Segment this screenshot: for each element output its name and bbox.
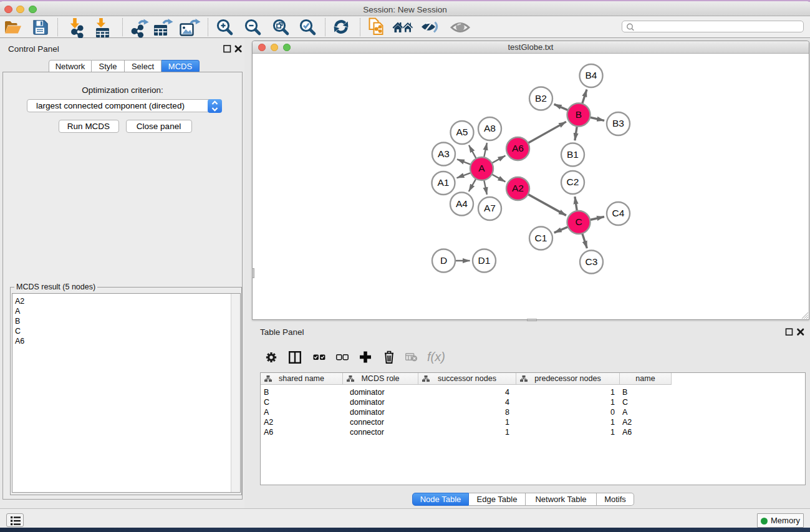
svg-text:C2: C2 [567,177,579,187]
svg-text:C1: C1 [535,233,547,243]
svg-text:A6: A6 [512,143,524,153]
svg-text:A7: A7 [484,203,496,213]
svg-text:B1: B1 [567,149,579,160]
svg-text:A2: A2 [512,183,524,193]
svg-text:B4: B4 [586,70,597,80]
svg-text:A1: A1 [438,177,450,188]
svg-text:A4: A4 [456,198,468,209]
svg-text:B: B [576,109,582,120]
svg-text:D1: D1 [478,255,491,266]
svg-text:C: C [575,216,582,227]
svg-text:A5: A5 [456,127,468,137]
svg-text:D: D [440,255,447,266]
svg-text:B2: B2 [535,93,547,104]
svg-text:C4: C4 [612,208,625,218]
svg-text:B3: B3 [612,118,624,128]
svg-text:C3: C3 [586,256,598,267]
svg-text:A3: A3 [438,148,450,159]
svg-text:A8: A8 [484,123,496,133]
svg-text:A: A [478,163,485,173]
svg-text:f(x): f(x) [427,351,445,364]
